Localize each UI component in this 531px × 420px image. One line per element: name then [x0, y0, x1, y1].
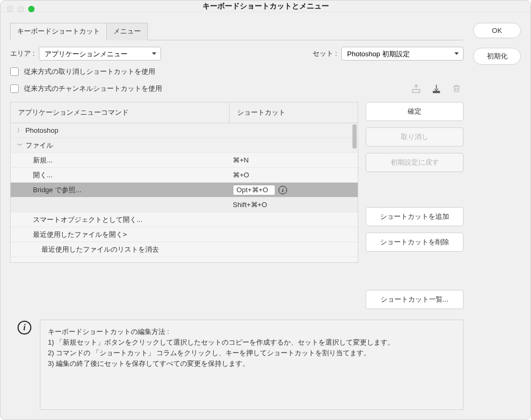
command-label: 最近使用したファイルのリストを消去: [41, 245, 159, 254]
scrollbar-thumb[interactable]: [352, 124, 357, 149]
legacy-undo-checkbox[interactable]: [10, 67, 19, 76]
info-heading: キーボードショートカットの編集方法 :: [48, 328, 169, 336]
area-select[interactable]: アプリケーションメニュー: [39, 47, 161, 61]
accept-button[interactable]: 確定: [366, 102, 463, 121]
command-row-browse-in-bridge[interactable]: Bridge で参照... Opt+⌘+O i: [11, 183, 358, 198]
shortcuts-table-area: アプリケーションメニューコマンド ショートカット 〉 Photoshop ﹀ フ…: [10, 102, 463, 309]
group-file[interactable]: ﹀ ファイル: [11, 138, 358, 153]
info-line: 2) コマンドの 「ショートカット」 コラムをクリックし、キーを押してショートカ…: [48, 349, 370, 357]
set-select[interactable]: Photoshop 初期設定: [341, 47, 463, 61]
tab-menus[interactable]: メニュー: [107, 23, 148, 40]
shortcuts-table: アプリケーションメニューコマンド ショートカット 〉 Photoshop ﹀ フ…: [10, 102, 358, 309]
reset-button[interactable]: 初期化: [473, 48, 521, 65]
legacy-channel-label: 従来方式のチャンネルショートカットを使用: [24, 84, 162, 93]
group-photoshop[interactable]: 〉 Photoshop: [11, 123, 358, 138]
command-label: スマートオブジェクトとして開く...: [33, 215, 142, 225]
command-row-open-recent[interactable]: 最近使用したファイルを開く>: [11, 227, 358, 242]
close-window-button[interactable]: [7, 6, 13, 12]
command-label: 開く...: [33, 170, 53, 180]
shortcut-input[interactable]: Opt+⌘+O: [233, 185, 275, 195]
ok-button[interactable]: OK: [473, 23, 521, 38]
command-row-clear-recent[interactable]: 最近使用したファイルのリストを消去: [11, 242, 358, 257]
command-label: 最近使用したファイルを開く>: [33, 230, 127, 239]
delete-shortcut-button[interactable]: ショートカットを削除: [366, 233, 463, 252]
delete-set-icon[interactable]: [451, 83, 462, 95]
group-label: ファイル: [26, 141, 53, 150]
zoom-window-button[interactable]: [28, 6, 35, 12]
dialog-window: キーボードショートカットとメニュー キーボードショートカット メニュー エリア …: [0, 0, 531, 420]
minimize-window-button[interactable]: [18, 6, 24, 12]
area-select-wrap: アプリケーションメニュー: [39, 47, 161, 61]
save-set-icon[interactable]: [431, 83, 442, 95]
tab-keyboard-shortcuts[interactable]: キーボードショートカット: [10, 23, 107, 40]
area-label: エリア :: [10, 49, 35, 58]
save-set-as-icon[interactable]: [410, 83, 422, 95]
area-set-row: エリア : アプリケーションメニュー セット : Photoshop 初期設定: [10, 47, 463, 61]
legacy-channel-row: 従来方式のチャンネルショートカットを使用: [10, 83, 463, 95]
info-panel: i キーボードショートカットの編集方法 : 1) 「新規セット」ボタンをクリック…: [10, 320, 463, 410]
set-toolbar: [410, 83, 462, 95]
command-row-open[interactable]: 開く... ⌘+O: [11, 168, 358, 183]
command-row-new[interactable]: 新規... ⌘+N: [11, 153, 358, 168]
table-side-buttons: 確定 取り消し 初期設定に戻す ショートカットを追加 ショートカットを削除 ショ…: [366, 102, 463, 309]
set-label: セット :: [313, 49, 337, 58]
traffic-lights: [7, 6, 35, 12]
add-shortcut-button[interactable]: ショートカットを追加: [366, 207, 463, 226]
shortcut-text: Shift+⌘+O: [233, 201, 267, 209]
info-icon: i: [18, 321, 31, 335]
info-line: 3) 編集の終了後にセットを保存してすべての変更を保持します。: [48, 359, 249, 367]
chevron-down-icon: ﹀: [16, 141, 23, 149]
window-title: キーボードショートカットとメニュー: [203, 2, 329, 11]
column-command: アプリケーションメニューコマンド: [11, 102, 230, 123]
legacy-undo-label: 従来方式の取り消しショートカットを使用: [24, 67, 155, 76]
use-default-button[interactable]: 初期設定に戻す: [366, 153, 463, 172]
left-pane: キーボードショートカット メニュー エリア : アプリケーションメニュー セット…: [10, 23, 463, 410]
legacy-undo-row: 従来方式の取り消しショートカットを使用: [10, 67, 463, 76]
chevron-right-icon: 〉: [16, 126, 23, 134]
shortcut-text: ⌘+O: [233, 171, 249, 179]
command-row-open-smart-object[interactable]: スマートオブジェクトとして開く...: [11, 212, 358, 227]
info-icon[interactable]: i: [279, 186, 287, 194]
tab-bar: キーボードショートカット メニュー: [10, 23, 463, 40]
svg-rect-0: [412, 90, 419, 93]
dialog-content: キーボードショートカット メニュー エリア : アプリケーションメニュー セット…: [1, 12, 530, 419]
table-header: アプリケーションメニューコマンド ショートカット: [10, 102, 358, 123]
summarize-button[interactable]: ショートカット一覧...: [366, 290, 463, 309]
group-label: Photoshop: [26, 126, 58, 134]
command-label: Bridge で参照...: [33, 185, 81, 195]
command-label: 新規...: [33, 156, 53, 165]
column-shortcut: ショートカット: [230, 102, 358, 123]
table-body: 〉 Photoshop ﹀ ファイル 新規... ⌘+N: [10, 123, 358, 263]
legacy-channel-checkbox[interactable]: [10, 84, 19, 93]
command-row-extra-shortcut[interactable]: Shift+⌘+O: [11, 198, 358, 212]
right-pane: OK 初期化: [473, 23, 521, 410]
shortcut-text: ⌘+N: [233, 156, 249, 164]
info-line: 1) 「新規セット」ボタンをクリックして選択したセットのコピーを作成するか、セッ…: [48, 338, 394, 346]
svg-rect-1: [433, 91, 440, 93]
undo-button[interactable]: 取り消し: [366, 127, 463, 147]
set-select-wrap: Photoshop 初期設定: [341, 47, 463, 61]
info-text: キーボードショートカットの編集方法 : 1) 「新規セット」ボタンをクリックして…: [40, 320, 463, 410]
table-scroll[interactable]: 〉 Photoshop ﹀ ファイル 新規... ⌘+N: [11, 123, 358, 262]
titlebar: キーボードショートカットとメニュー: [1, 1, 530, 12]
